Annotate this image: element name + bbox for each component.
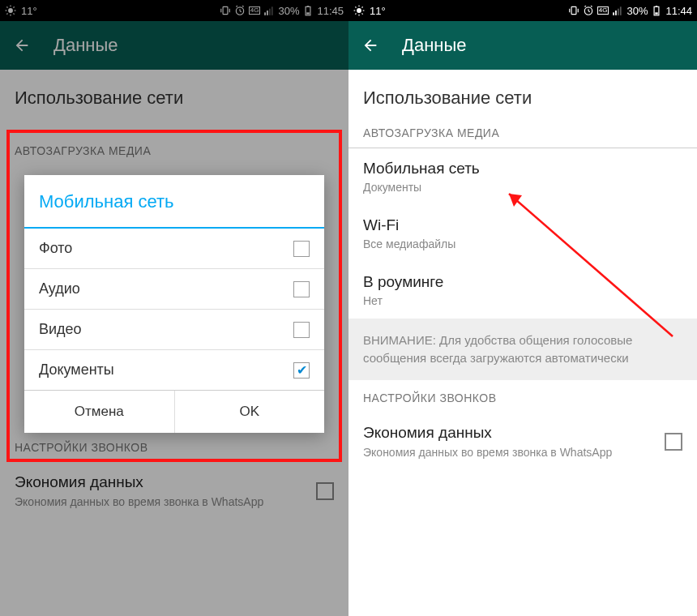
dialog-item-label: Фото (39, 240, 72, 257)
setting-title: Wi-Fi (363, 216, 682, 234)
mobile-network-dialog: Мобильная сеть Фото Аудио Видео Документ… (24, 175, 324, 433)
dialog-item-checkbox[interactable] (293, 362, 310, 379)
svg-line-31 (355, 14, 356, 15)
svg-rect-33 (571, 6, 576, 14)
dialog-item-video[interactable]: Видео (24, 310, 324, 350)
dialog-item-documents[interactable]: Документы (24, 350, 324, 391)
dialog-item-photo[interactable]: Фото (24, 229, 324, 269)
dialog-cancel-button[interactable]: Отмена (24, 391, 175, 433)
phone-left: 11° 4G 30% 11:45 Данные Использование се… (0, 0, 348, 616)
svg-line-40 (591, 6, 592, 6)
network-usage-heading: Использование сети (348, 70, 697, 126)
setting-sub: Документы (363, 181, 682, 194)
svg-line-30 (362, 14, 363, 15)
data-saver-checkbox[interactable] (665, 433, 682, 451)
data-saver-sub: Экономия данных во время звонка в WhatsA… (363, 445, 656, 460)
svg-rect-42 (616, 11, 618, 15)
wifi-setting[interactable]: Wi-Fi Все медиафайлы (348, 205, 697, 262)
status-time: 11:44 (665, 5, 692, 17)
data-saver-row[interactable]: Экономия данных Экономия данных во время… (348, 413, 697, 471)
4g-badge-icon: 4G (597, 6, 609, 15)
dialog-item-checkbox[interactable] (293, 281, 310, 297)
dialog-list: Фото Аудио Видео Документы (24, 229, 324, 391)
setting-title: В роуминге (363, 273, 682, 291)
dialog-item-label: Аудио (39, 280, 80, 297)
svg-rect-41 (614, 12, 615, 15)
svg-line-32 (362, 6, 363, 7)
status-battery-pct: 30% (626, 5, 648, 17)
svg-rect-47 (656, 6, 657, 6)
battery-icon (651, 5, 662, 16)
svg-point-24 (357, 8, 361, 13)
call-settings-subhead: НАСТРОЙКИ ЗВОНКОВ (348, 380, 697, 413)
svg-rect-46 (656, 12, 659, 14)
signal-icon (612, 5, 623, 16)
status-temp: 11° (370, 5, 386, 17)
svg-rect-43 (618, 9, 619, 15)
dialog-item-checkbox[interactable] (293, 241, 310, 257)
svg-rect-44 (620, 6, 622, 15)
back-arrow-icon[interactable] (361, 36, 379, 54)
toolbar: Данные (348, 21, 697, 70)
dialog-item-audio[interactable]: Аудио (24, 269, 324, 310)
svg-line-29 (355, 6, 356, 7)
phone-right: 11° 4G 30% 11:44 Данные Использование се… (348, 0, 697, 616)
setting-sub: Нет (363, 294, 682, 307)
setting-sub: Все медиафайлы (363, 237, 682, 250)
alarm-icon (583, 5, 594, 16)
setting-title: Мобильная сеть (363, 160, 682, 178)
dialog-buttons: Отмена OK (24, 391, 324, 433)
dialog-title: Мобильная сеть (24, 175, 324, 229)
dialog-item-checkbox[interactable] (293, 322, 310, 338)
status-bar: 11° 4G 30% 11:44 (348, 0, 697, 21)
dialog-item-label: Видео (39, 321, 82, 338)
dialog-ok-button[interactable]: OK (175, 391, 325, 433)
data-saver-title: Экономия данных (363, 424, 656, 442)
dialog-item-label: Документы (39, 361, 114, 379)
svg-line-38 (588, 11, 590, 12)
toolbar-title: Данные (402, 35, 466, 56)
weather-icon (353, 5, 365, 16)
roaming-setting[interactable]: В роуминге Нет (348, 262, 697, 319)
voice-notice: ВНИМАНИЕ: Для удобства общения голосовые… (348, 319, 697, 380)
svg-line-39 (584, 6, 586, 6)
autoload-media-subhead: АВТОЗАГРУЗКА МЕДИА (348, 126, 697, 148)
mobile-network-setting[interactable]: Мобильная сеть Документы (348, 148, 697, 205)
vibrate-icon (568, 5, 579, 16)
